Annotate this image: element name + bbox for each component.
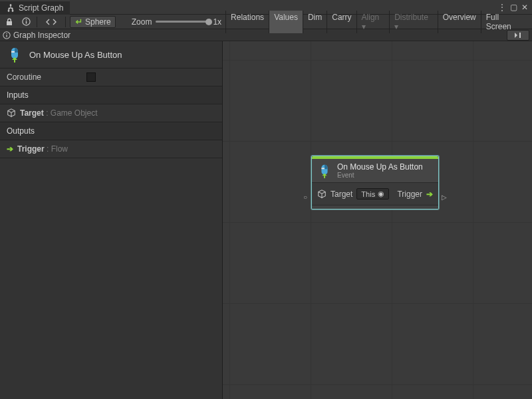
- zoom-label: Zoom: [132, 17, 152, 27]
- input-target-name: Target: [20, 108, 44, 118]
- zoom-control: Zoom 1x: [132, 17, 221, 27]
- inspector-label: Graph Inspector: [13, 31, 70, 40]
- node-title: On Mouse Up As Button: [337, 162, 423, 172]
- prop-coroutine: Coroutine: [0, 68, 222, 86]
- node-header[interactable]: On Mouse Up As Button Event: [312, 159, 438, 183]
- toolbar: Sphere Zoom 1x Relations Values Dim Carr…: [0, 15, 532, 29]
- graph-canvas[interactable]: ○ ▷ On Mouse Up As Button Event Target: [223, 41, 532, 399]
- flow-arrow-icon: ➔: [7, 144, 13, 154]
- tab-script-graph[interactable]: Script Graph: [0, 0, 70, 15]
- output-trigger-row: ➔ Trigger : Flow: [0, 140, 222, 158]
- input-target-type: Game Object: [51, 108, 98, 118]
- object-label: Sphere: [85, 17, 111, 27]
- output-port[interactable]: ▷: [442, 194, 447, 201]
- svg-rect-1: [26, 21, 27, 24]
- target-picker-icon: ◉: [378, 190, 384, 198]
- section-outputs: Outputs: [0, 122, 222, 140]
- fit-icon[interactable]: [41, 16, 61, 28]
- cube-icon: [317, 190, 327, 199]
- node-subtitle: Event: [337, 172, 423, 179]
- return-arrow-icon: [74, 18, 82, 26]
- hierarchy-icon: [7, 4, 15, 12]
- inspector-panel: On Mouse Up As Button Coroutine Inputs T…: [0, 41, 223, 399]
- divider: [37, 17, 37, 27]
- inspector-collapse-button[interactable]: [507, 30, 529, 41]
- inspector-node-header: On Mouse Up As Button: [0, 41, 222, 68]
- svg-rect-4: [6, 35, 7, 37]
- divider: [65, 17, 66, 27]
- zoom-value: 1x: [213, 17, 221, 27]
- btn-values[interactable]: Values: [269, 11, 303, 33]
- lock-icon[interactable]: [3, 16, 16, 28]
- flow-arrow-icon: ➔: [426, 190, 433, 199]
- mouse-up-icon: [317, 164, 332, 178]
- input-port[interactable]: ○: [303, 194, 307, 201]
- info-icon: [3, 31, 11, 39]
- btn-distribute[interactable]: Distribute ▾: [389, 11, 438, 33]
- input-target-row: Target : Game Object: [0, 104, 222, 122]
- btn-align[interactable]: Align ▾: [356, 11, 390, 33]
- svg-rect-5: [6, 33, 7, 33]
- mouse-up-icon: [7, 47, 23, 63]
- node-body: Target This ◉ Trigger ➔: [312, 183, 438, 205]
- btn-dim[interactable]: Dim: [303, 11, 327, 33]
- tab-label: Script Graph: [19, 3, 63, 13]
- coroutine-checkbox[interactable]: [86, 72, 96, 82]
- btn-relations[interactable]: Relations: [225, 11, 269, 33]
- port-trigger-label: Trigger: [397, 190, 422, 199]
- svg-rect-2: [26, 19, 27, 20]
- inspector-node-title: On Mouse Up As Button: [29, 50, 122, 60]
- prop-coroutine-label: Coroutine: [7, 72, 41, 82]
- output-trigger-type: Flow: [51, 144, 68, 154]
- section-inputs: Inputs: [0, 86, 222, 104]
- toolbar-right: Relations Values Dim Carry Align ▾ Distr…: [225, 11, 529, 33]
- output-trigger-name: Trigger: [17, 144, 45, 154]
- btn-carry[interactable]: Carry: [327, 11, 356, 33]
- port-target-label: Target: [331, 190, 352, 199]
- target-value-chip[interactable]: This ◉: [356, 188, 389, 200]
- zoom-slider[interactable]: [156, 21, 209, 23]
- cube-icon: [7, 108, 16, 118]
- btn-overview[interactable]: Overview: [438, 11, 481, 33]
- info-icon[interactable]: [20, 16, 33, 28]
- graph-node[interactable]: ○ ▷ On Mouse Up As Button Event Target: [311, 156, 439, 209]
- object-selector[interactable]: Sphere: [70, 16, 116, 28]
